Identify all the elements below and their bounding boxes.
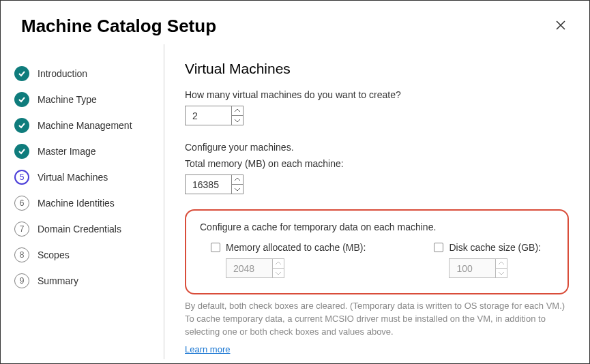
memory-decrement[interactable] [231,184,244,194]
step-label: Introduction [38,68,87,79]
step-machine-identities[interactable]: 6 Machine Identities [14,190,150,216]
memory-increment[interactable] [231,175,244,184]
chevron-down-icon [235,119,240,122]
step-label: Machine Identities [38,198,115,209]
chevron-up-icon [499,262,504,265]
disk-cache-label: Disk cache size (GB): [449,242,541,253]
step-label: Summary [38,275,78,286]
chevron-up-icon [235,178,240,181]
step-number: 8 [14,247,29,262]
disk-cache-checkbox[interactable] [434,243,443,252]
step-label: Machine Management [38,120,132,131]
chevron-up-icon [276,262,281,265]
step-label: Virtual Machines [38,172,108,183]
cache-title: Configure a cache for temporary data on … [200,222,554,232]
vm-count-increment[interactable] [231,106,244,115]
check-icon [14,92,29,107]
step-summary[interactable]: 9 Summary [14,268,150,294]
chevron-down-icon [499,271,504,275]
learn-more-link[interactable]: Learn more [185,344,230,354]
chevron-up-icon [235,109,240,112]
step-number: 5 [14,170,29,185]
step-machine-management[interactable]: Machine Management [14,112,150,138]
memory-cache-increment [272,258,284,268]
step-domain-credentials[interactable]: 7 Domain Credentials [14,216,150,242]
step-scopes[interactable]: 8 Scopes [14,242,150,268]
main-panel: Virtual Machines How many virtual machin… [164,44,589,359]
disk-cache-increment [495,258,507,268]
memory-label: Total memory (MB) on each machine: [185,158,569,169]
disk-cache-input[interactable] [449,258,495,278]
step-label: Machine Type [38,94,97,105]
step-machine-type[interactable]: Machine Type [14,87,150,112]
close-button[interactable] [552,14,569,37]
step-number: 9 [14,273,29,288]
help-text: By default, both check boxes are cleared… [185,300,569,339]
step-label: Scopes [38,249,70,260]
step-virtual-machines[interactable]: 5 Virtual Machines [14,164,150,190]
vm-count-decrement[interactable] [231,115,244,125]
chevron-down-icon [276,271,281,275]
chevron-down-icon [235,187,240,191]
memory-cache-label: Memory allocated to cache (MB): [226,242,366,253]
memory-input[interactable] [185,175,231,194]
vm-count-label: How many virtual machines do you want to… [185,89,569,100]
step-number: 6 [14,196,29,211]
memory-cache-checkbox[interactable] [211,243,220,252]
memory-cache-decrement [272,268,284,278]
disk-cache-decrement [495,268,507,278]
close-icon [555,20,566,31]
cache-config-section: Configure a cache for temporary data on … [185,209,569,294]
page-title: Machine Catalog Setup [21,16,216,37]
vm-count-input[interactable] [185,106,231,125]
step-label: Domain Credentials [38,224,121,234]
step-number: 7 [14,222,29,237]
step-introduction[interactable]: Introduction [14,61,150,87]
step-label: Master Image [38,146,96,157]
wizard-steps-sidebar: Introduction Machine Type Machine Manage… [1,44,164,359]
section-title: Virtual Machines [185,61,569,77]
check-icon [14,118,29,133]
check-icon [14,66,29,81]
memory-cache-input[interactable] [226,258,272,278]
check-icon [14,144,29,159]
configure-label: Configure your machines. [185,142,569,153]
step-master-image[interactable]: Master Image [14,138,150,164]
